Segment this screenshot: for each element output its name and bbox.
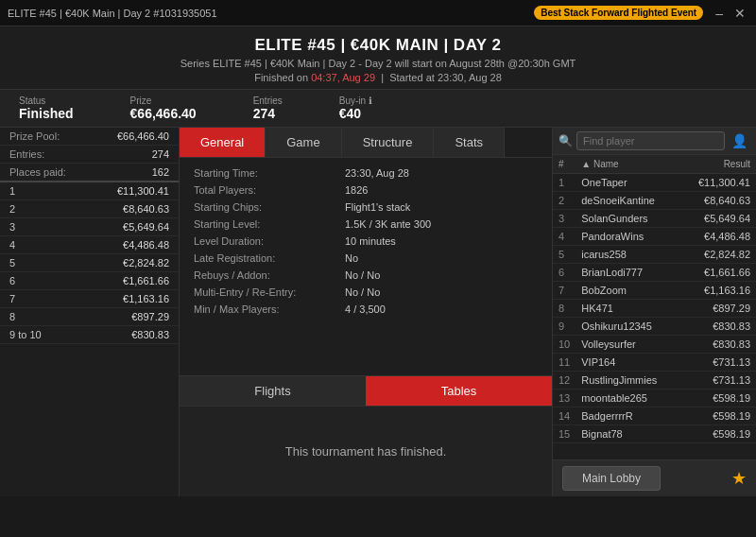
tab-tables[interactable]: Tables (366, 376, 552, 406)
player-rank: 9 (553, 318, 576, 336)
table-row: 4€4,486.48 (0, 236, 179, 254)
buyin-label: Buy-in ℹ (339, 95, 372, 106)
places-paid-label: Places paid: (0, 164, 92, 182)
main-lobby-button[interactable]: Main Lobby (562, 466, 661, 491)
table-row: Prize Pool: €66,466.40 (0, 128, 179, 146)
title-bar-text: ELITE #45 | €40K Main | Day 2 #103193505… (8, 8, 526, 19)
mid-panel: General Game Structure Stats Starting Ti… (180, 128, 553, 496)
col-result: Result (680, 155, 756, 174)
tab-flights[interactable]: Flights (180, 376, 366, 406)
player-name: OneTaper (576, 174, 679, 192)
table-row: 4 PandoraWins €4,486.48 (553, 228, 756, 246)
finished-time: 04:37, Aug 29 (311, 72, 375, 83)
player-rank: 1 (553, 174, 576, 192)
player-result: €598.19 (680, 425, 756, 443)
table-row: 7 BobZoom €1,163.16 (553, 282, 756, 300)
player-result: €8,640.63 (680, 192, 756, 210)
tab-general[interactable]: General (180, 128, 266, 157)
bottom-tab-bar: Flights Tables (180, 375, 552, 407)
entries-label: Entries (253, 95, 283, 106)
title-bar-badge: Best Stack Forward Flighted Event (534, 6, 703, 20)
header-time: Finished on 04:37, Aug 29 | Started at 2… (0, 72, 756, 83)
player-name: Volleysurfer (576, 336, 679, 354)
header-subtitle: Series ELITE #45 | €40K Main | Day 2 - D… (0, 58, 756, 69)
player-result: €731.13 (680, 372, 756, 390)
status-label: Status (19, 95, 74, 106)
favorite-button[interactable]: ★ (731, 468, 747, 489)
table-row: 11 VIP164 €731.13 (553, 354, 756, 372)
table-row: 3 SolanGunders €5,649.64 (553, 210, 756, 228)
tab-game[interactable]: Game (266, 128, 341, 157)
table-row: 6€1,661.66 (0, 272, 179, 290)
player-name: Bignat78 (576, 425, 679, 443)
player-name: PandoraWins (576, 228, 679, 246)
table-row: 9 to 10€830.83 (0, 326, 179, 344)
title-bar: ELITE #45 | €40K Main | Day 2 #103193505… (0, 0, 756, 26)
places-paid-value: 162 (92, 164, 179, 182)
entries-table-value: 274 (92, 146, 179, 164)
player-rank: 15 (553, 425, 576, 443)
prize-summary-table: Prize Pool: €66,466.40 Entries: 274 Plac… (0, 128, 179, 344)
search-input[interactable] (576, 131, 725, 150)
player-rank: 7 (553, 282, 576, 300)
search-bar: 🔍 👤 (553, 128, 756, 155)
table-row: 1 OneTaper €11,300.41 (553, 174, 756, 192)
tab-structure[interactable]: Structure (342, 128, 435, 157)
table-row: Entries: 274 (0, 146, 179, 164)
entries-table-label: Entries: (0, 146, 92, 164)
table-row: 7€1,163.16 (0, 290, 179, 308)
info-row: Starting Chips: Flight1's stack (194, 201, 538, 213)
player-result: €731.13 (680, 354, 756, 372)
table-row: 10 Volleysurfer €830.83 (553, 336, 756, 354)
tournament-finished-text: This tournament has finished. (285, 444, 447, 459)
player-result: €1,661.66 (680, 264, 756, 282)
table-row: 12 RustlingJimmies €731.13 (553, 372, 756, 390)
left-panel: Prize Pool: €66,466.40 Entries: 274 Plac… (0, 128, 180, 496)
close-button[interactable]: ✕ (731, 6, 748, 21)
table-row: 14 BadgerrrrR €598.19 (553, 407, 756, 425)
player-result: €1,163.16 (680, 282, 756, 300)
table-row: 2€8,640.63 (0, 200, 179, 218)
minimize-button[interactable]: – (713, 6, 726, 21)
info-row: Multi-Entry / Re-Entry: No / No (194, 286, 538, 298)
info-row: Starting Level: 1.5K / 3K ante 300 (194, 218, 538, 230)
header: ELITE #45 | €40K MAIN | DAY 2 Series ELI… (0, 26, 756, 90)
table-row: 2 deSnoeiKantine €8,640.63 (553, 192, 756, 210)
table-row: 1€11,300.41 (0, 182, 179, 200)
table-row: Places paid: 162 (0, 164, 179, 182)
prize-pool-value: €66,466.40 (92, 128, 179, 146)
status-item-entries: Entries 274 (253, 95, 283, 121)
player-rank: 6 (553, 264, 576, 282)
bottom-content: This tournament has finished. (180, 407, 552, 496)
prize-value: €66,466.40 (130, 106, 197, 121)
col-name: ▲ Name (576, 155, 679, 174)
table-row: 13 moontable265 €598.19 (553, 390, 756, 407)
player-rank: 4 (553, 228, 576, 246)
table-row: 8 HK471 €897.29 (553, 300, 756, 318)
player-name: VIP164 (576, 354, 679, 372)
table-row: 8€897.29 (0, 308, 179, 326)
player-rank: 14 (553, 407, 576, 425)
status-item-prize: Prize €66,466.40 (130, 95, 197, 121)
player-result: €2,824.82 (680, 246, 756, 264)
started-label: Started at (389, 72, 435, 83)
tab-stats[interactable]: Stats (434, 128, 505, 157)
info-row: Late Registration: No (194, 252, 538, 264)
player-name: HK471 (576, 300, 679, 318)
prize-label: Prize (130, 95, 197, 106)
info-row: Min / Max Players: 4 / 3,500 (194, 303, 538, 315)
buyin-info-icon[interactable]: ℹ (369, 95, 372, 106)
col-rank: # (553, 155, 576, 174)
add-player-icon[interactable]: 👤 (729, 133, 750, 148)
player-table: # ▲ Name Result 1 OneTaper €11,300.41 2 … (553, 155, 756, 443)
player-name: moontable265 (576, 390, 679, 407)
table-header-row: # ▲ Name Result (553, 155, 756, 174)
tab-content-general: Starting Time: 23:30, Aug 28 Total Playe… (180, 158, 552, 375)
main-lobby-bar: Main Lobby ★ (553, 459, 756, 496)
player-name: RustlingJimmies (576, 372, 679, 390)
player-list-container[interactable]: # ▲ Name Result 1 OneTaper €11,300.41 2 … (553, 155, 756, 459)
player-result: €830.83 (680, 336, 756, 354)
player-name: BadgerrrrR (576, 407, 679, 425)
player-rank: 10 (553, 336, 576, 354)
table-row: 9 Oshikuru12345 €830.83 (553, 318, 756, 336)
